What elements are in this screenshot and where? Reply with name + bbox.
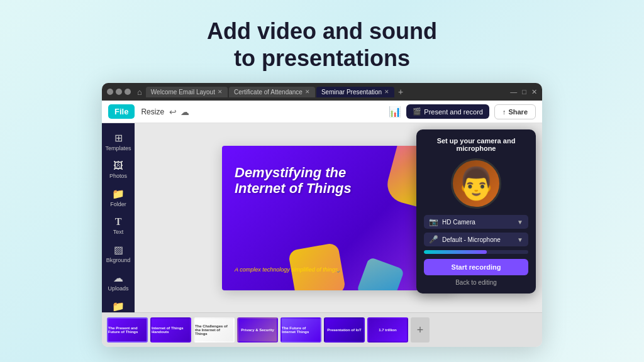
sidebar-item-photos[interactable]: 🖼 Photos	[104, 156, 133, 183]
sidebar-item-templates[interactable]: ⊞ Templates	[104, 128, 133, 155]
file-button[interactable]: File	[108, 104, 135, 119]
cloud-icon[interactable]: ☁	[180, 107, 189, 117]
title-bar: ⌂ Welcome Email Layout ✕ Certificate of …	[102, 83, 542, 101]
thumbnail-6[interactable]: Presentation of IoT	[324, 317, 365, 343]
folders-icon: 📁	[112, 300, 125, 312]
tab-certificate[interactable]: Certificate of Attendance ✕	[229, 87, 315, 97]
slide-subtitle: A complex technology simplified of thing…	[235, 266, 338, 273]
window-buttons: — □ ✕	[510, 88, 537, 96]
tab-seminar[interactable]: Seminar Presentation ✕	[316, 87, 394, 97]
photos-icon: 🖼	[113, 160, 123, 172]
add-slide-button[interactable]: +	[411, 317, 430, 343]
resize-button[interactable]: Resize	[141, 107, 164, 116]
tab-bar: Welcome Email Layout ✕ Certificate of At…	[146, 87, 510, 97]
thumb-content-6: Presentation of IoT	[325, 319, 364, 341]
thumbnail-1[interactable]: The Present and Future of Things	[107, 317, 148, 343]
thumb-content-1: The Present and Future of Things	[108, 319, 147, 341]
camera-popup: Set up your camera and microphone 👨 📷 HD…	[416, 129, 536, 293]
thumbnail-strip: The Present and Future of Things Interne…	[102, 312, 542, 347]
present-record-button[interactable]: 🎬 Present and record	[406, 104, 489, 119]
thumbnail-4[interactable]: Privacy & Security	[237, 317, 278, 343]
thumbnail-3[interactable]: The Challenges of the Internet of Things	[194, 317, 235, 343]
sidebar-item-background[interactable]: ▨ Bkground	[104, 240, 133, 267]
thumb-content-4: Privacy & Security	[238, 319, 277, 341]
mic-chevron-icon: ▼	[517, 236, 523, 243]
tab-close-icon[interactable]: ✕	[384, 89, 389, 95]
sidebar-label-folder: Folder	[110, 201, 126, 207]
undo-icon[interactable]: ↩	[169, 107, 177, 117]
tab-label: Welcome Email Layout	[151, 89, 215, 96]
toolbar-right: 📊 🎬 Present and record ↑ Share	[389, 104, 536, 119]
person-icon: 👨	[457, 168, 496, 199]
sidebar: ⊞ Templates 🖼 Photos 📁 Folder T Text ▨ B…	[102, 123, 135, 312]
camera-select[interactable]: 📷 HD Camera ▼	[424, 215, 528, 229]
thumbnail-2[interactable]: Internet of Things Handouts	[150, 317, 191, 343]
slide-title: Demystifying the Internet of Things	[235, 165, 360, 197]
sidebar-item-text[interactable]: T Text	[104, 212, 133, 239]
folder-icon: 📁	[112, 188, 125, 200]
add-tab-button[interactable]: +	[398, 87, 403, 97]
mic-select[interactable]: 🎤 Default - Microphone ▼	[424, 233, 528, 246]
background-icon: ▨	[114, 244, 123, 256]
audio-level-fill	[424, 250, 487, 254]
traffic-light-dot	[107, 89, 113, 95]
toolbar: File Resize ↩ ☁ 📊 🎬 Present and record ↑…	[102, 101, 542, 123]
sidebar-label-photos: Photos	[109, 173, 127, 179]
tab-label: Seminar Presentation	[321, 89, 382, 96]
hero-title-line2: to presentations	[234, 45, 410, 71]
app-window: ⌂ Welcome Email Layout ✕ Certificate of …	[102, 83, 542, 347]
mic-icon: 🎤	[429, 235, 438, 244]
maximize-button[interactable]: □	[522, 88, 526, 96]
camera-icon: 📷	[429, 217, 438, 226]
thumbnail-7[interactable]: 1.7 trillion	[367, 317, 408, 343]
mic-label: Default - Microphone	[442, 236, 513, 243]
main-area: ⊞ Templates 🖼 Photos 📁 Folder T Text ▨ B…	[102, 123, 542, 312]
sidebar-item-folder[interactable]: 📁 Folder	[104, 184, 133, 211]
tab-welcome-email[interactable]: Welcome Email Layout ✕	[146, 87, 228, 97]
minimize-button[interactable]: —	[510, 88, 517, 96]
present-record-label: Present and record	[424, 108, 483, 116]
start-recording-button[interactable]: Start recording	[424, 259, 528, 275]
camera-preview: 👨	[451, 158, 501, 209]
thumbnail-5[interactable]: The Future of Internet Things	[280, 317, 321, 343]
sidebar-label-templates: Templates	[105, 145, 131, 151]
tab-close-icon[interactable]: ✕	[218, 89, 223, 95]
window-controls	[107, 89, 131, 95]
canvas-area: Demystifying the Internet of Things A co…	[135, 123, 542, 312]
share-button[interactable]: ↑ Share	[494, 104, 536, 119]
sidebar-item-uploads[interactable]: ☁ Uploads	[104, 268, 133, 295]
tab-label: Certificate of Attendance	[234, 89, 303, 96]
camera-label: HD Camera	[442, 219, 513, 226]
share-label: Share	[508, 108, 528, 116]
templates-icon: ⊞	[114, 132, 123, 144]
audio-level-bar	[424, 250, 528, 254]
sidebar-label-text: Text	[113, 229, 124, 235]
back-to-editing-button[interactable]: Back to editing	[424, 279, 528, 286]
close-button[interactable]: ✕	[531, 88, 537, 96]
traffic-light-dot	[116, 89, 122, 95]
tab-close-icon[interactable]: ✕	[305, 89, 310, 95]
share-icon: ↑	[502, 108, 506, 116]
sidebar-label-uploads: Uploads	[108, 285, 128, 292]
thumb-content-2: Internet of Things Handouts	[152, 319, 190, 341]
text-icon: T	[115, 216, 122, 228]
traffic-light-dot	[125, 89, 131, 95]
camera-chevron-icon: ▼	[517, 219, 523, 226]
thumb-content-3: The Challenges of the Internet of Things	[195, 319, 233, 341]
analytics-icon[interactable]: 📊	[389, 106, 401, 118]
home-icon[interactable]: ⌂	[137, 87, 142, 97]
thumb-content-5: The Future of Internet Things	[282, 319, 320, 341]
uploads-icon: ☁	[113, 272, 123, 284]
hero-section: Add video and sound to presentations	[207, 18, 437, 72]
sidebar-label-background: Bkground	[106, 257, 131, 263]
present-record-icon: 🎬	[413, 107, 421, 116]
slide-shape-3	[357, 256, 405, 290]
sidebar-item-folders[interactable]: 📁 Folders	[104, 297, 133, 312]
thumb-content-7: 1.7 trillion	[369, 319, 407, 341]
hero-title-line1: Add video and sound	[207, 18, 437, 44]
camera-popup-title: Set up your camera and microphone	[424, 137, 528, 152]
